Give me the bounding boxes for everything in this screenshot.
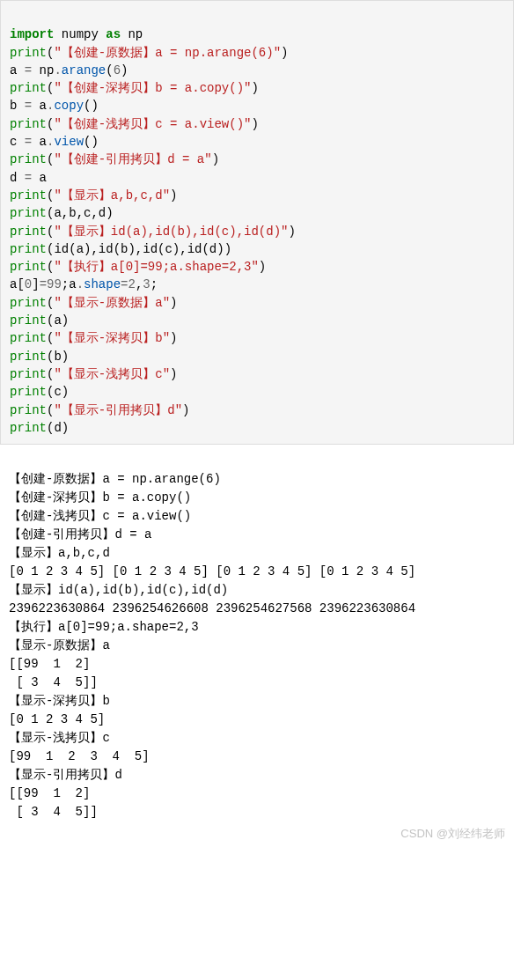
code-line-12: print("【显示】id(a),id(b),id(c),id(d)") (10, 225, 296, 239)
code-line-20: print("【显示-浅拷贝】c") (10, 367, 177, 381)
output-line: 【创建-浅拷贝】c = a.view() (9, 509, 191, 523)
output-line: [[99 1 2] [ 3 4 5]] (9, 657, 98, 689)
output-line: [99 1 2 3 4 5] (9, 749, 150, 763)
output-line: 【显示-引用拷贝】d (9, 768, 122, 782)
output-line: 【创建-引用拷贝】d = a (9, 527, 151, 542)
watermark: CSDN @刘经纬老师 (400, 825, 505, 843)
code-line-14: print("【执行】a[0]=99;a.shape=2,3") (10, 260, 266, 274)
output-line: [0 1 2 3 4 5] (9, 712, 105, 726)
code-line-23: print(d) (10, 421, 69, 435)
code-line-21: print(c) (10, 385, 69, 399)
code-block: import numpy as np print("【创建-原数据】a = np… (0, 0, 514, 445)
output-line: 【创建-原数据】a = np.arange(6) (9, 472, 221, 486)
code-line-5: b = a.copy() (10, 99, 99, 113)
output-line: 2396223630864 2396254626608 239625462756… (9, 601, 415, 615)
code-line-8: print("【创建-引用拷贝】d = a") (10, 152, 219, 166)
code-line-6: print("【创建-浅拷贝】c = a.view()") (10, 117, 259, 131)
code-line-10: print("【显示】a,b,c,d") (10, 188, 177, 203)
code-line-15: a[0]=99;a.shape=2,3; (10, 277, 158, 291)
output-line: [0 1 2 3 4 5] [0 1 2 3 4 5] [0 1 2 3 4 5… (9, 564, 415, 578)
code-line-11: print(a,b,c,d) (10, 206, 114, 220)
output-line: 【显示】id(a),id(b),id(c),id(d) (9, 583, 228, 597)
output-line: 【显示-浅拷贝】c (9, 731, 110, 745)
code-line-3: a = np.arange(6) (10, 63, 128, 77)
code-line-13: print(id(a),id(b),id(c),id(d)) (10, 242, 231, 256)
output-line: 【创建-深拷贝】b = a.copy() (9, 490, 191, 505)
code-line-4: print("【创建-深拷贝】b = a.copy()") (10, 81, 259, 95)
output-block: 【创建-原数据】a = np.arange(6) 【创建-深拷贝】b = a.c… (0, 445, 514, 847)
output-line: 【显示-深拷贝】b (9, 694, 110, 708)
code-line-17: print(a) (10, 313, 69, 328)
code-line-9: d = a (10, 171, 47, 185)
code-line-22: print("【显示-引用拷贝】d") (10, 403, 189, 417)
code-line-2: print("【创建-原数据】a = np.arange(6)") (10, 46, 288, 60)
output-line: 【显示-原数据】a (9, 638, 110, 652)
code-line-7: c = a.view() (10, 135, 99, 149)
output-line: 【显示】a,b,c,d (9, 546, 110, 560)
code-line-1: import numpy as np (10, 27, 143, 41)
code-line-19: print(b) (10, 350, 69, 364)
output-line: [[99 1 2] [ 3 4 5]] (9, 786, 98, 819)
code-line-16: print("【显示-原数据】a") (10, 296, 177, 310)
output-line: 【执行】a[0]=99;a.shape=2,3 (9, 620, 199, 634)
code-line-18: print("【显示-深拷贝】b") (10, 331, 177, 345)
